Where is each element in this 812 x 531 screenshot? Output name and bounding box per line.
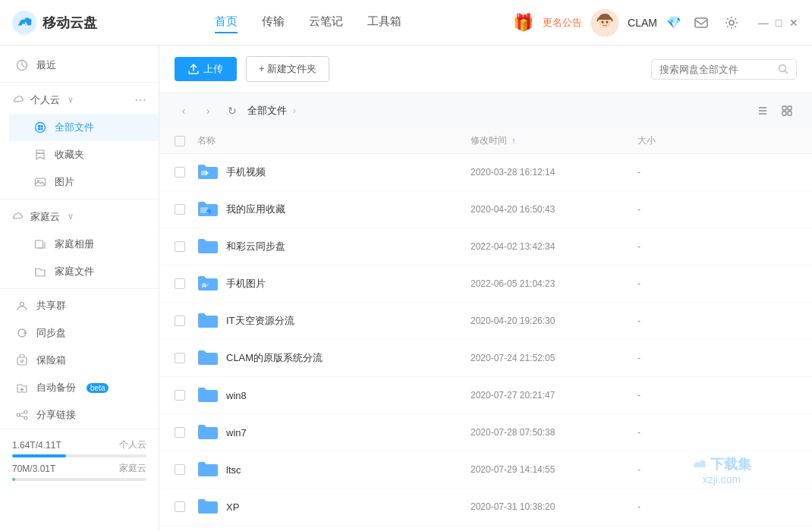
breadcrumb-bar: ‹ › ↻ 全部文件 › (159, 93, 812, 128)
fname-7: win7 (226, 427, 247, 438)
window-controls: — □ ✕ (757, 17, 800, 29)
svg-point-6 (729, 20, 734, 25)
upload-label: 上传 (203, 62, 223, 76)
sidebar-item-recent[interactable]: 最近 (0, 52, 159, 79)
safe-label: 保险箱 (36, 353, 66, 367)
row-checkbox-9[interactable] (175, 501, 185, 512)
breadcrumb-root[interactable]: 全部文件 (247, 104, 287, 118)
upload-button[interactable]: 上传 (175, 57, 237, 81)
sidebar-item-family-album[interactable]: 家庭相册 (9, 231, 159, 258)
row-checkbox-2[interactable] (175, 241, 185, 252)
file-size-8: - (637, 464, 751, 475)
fname-4: IT天空资源分流 (226, 314, 294, 328)
personal-cloud-icon (12, 93, 24, 107)
share-link-label: 分享链接 (36, 408, 76, 422)
minimize-button[interactable]: — (757, 17, 770, 29)
share-group-label: 共享群 (36, 299, 66, 313)
nav-tab-transfer[interactable]: 传输 (262, 11, 285, 33)
maximize-button[interactable]: □ (773, 17, 785, 29)
file-size-7: - (637, 427, 751, 438)
svg-rect-10 (41, 125, 43, 127)
vip-icon: 💎 (666, 15, 681, 30)
table-row[interactable]: 和彩云同步盘 2022-04-02 13:42:34 - (159, 228, 812, 266)
rename-notice[interactable]: 更名公告 (543, 16, 582, 30)
file-date-6: 2020-07-27 20:21:47 (471, 390, 637, 401)
personal-more-button[interactable]: ⋯ (134, 93, 146, 107)
sidebar-group-personal[interactable]: 个人云 ∨ ⋯ (0, 86, 159, 114)
file-size-6: - (637, 390, 751, 401)
fname-6: win8 (226, 390, 247, 401)
search-input[interactable] (659, 64, 773, 75)
file-date-1: 2020-04-20 16:50:43 (471, 204, 637, 215)
settings-button[interactable] (721, 12, 742, 33)
svg-rect-26 (782, 106, 786, 110)
personal-used: 1.64T (12, 440, 36, 451)
file-list-header: 名称 修改时间 ↑ 大小 (159, 128, 812, 154)
family-storage-bar (12, 478, 146, 481)
nav-tab-home[interactable]: 首页 (215, 11, 238, 33)
nav-back-button[interactable]: ‹ (175, 102, 193, 120)
refresh-button[interactable]: ↻ (223, 102, 241, 120)
search-box[interactable] (651, 59, 797, 80)
mail-button[interactable] (691, 12, 712, 33)
nav-forward-button[interactable]: › (199, 102, 217, 120)
row-checkbox-5[interactable] (175, 353, 185, 363)
row-checkbox-8[interactable] (175, 464, 185, 475)
svg-rect-12 (41, 128, 43, 130)
sidebar-item-family-files[interactable]: 家庭文件 (9, 258, 159, 285)
sidebar-item-favorites[interactable]: 收藏夹 (9, 141, 159, 168)
row-checkbox-6[interactable] (175, 390, 185, 401)
row-checkbox-7[interactable] (175, 427, 185, 438)
grid-view-button[interactable] (777, 101, 797, 121)
row-checkbox-4[interactable] (175, 316, 185, 326)
sidebar-item-share-link[interactable]: 分享链接 (0, 401, 159, 429)
header-checkbox[interactable] (175, 136, 185, 146)
sidebar-item-safe[interactable]: 保险箱 (0, 347, 159, 374)
table-row[interactable]: 手机视频 2020-03-28 16:12:14 - (159, 154, 812, 191)
svg-point-20 (17, 413, 20, 416)
sidebar-item-sync[interactable]: 同步盘 (0, 319, 159, 347)
gift-icon[interactable]: 🎁 (513, 13, 533, 33)
table-row[interactable]: XP 2020-07-31 10:38:20 - (159, 489, 812, 526)
sidebar-item-all-files[interactable]: 全部文件 (9, 114, 159, 141)
folder-icon-5 (197, 347, 219, 369)
row-checkbox-0[interactable] (175, 167, 185, 178)
table-row[interactable]: CLAM的原版系统分流 2020-07-24 21:52:05 - (159, 340, 812, 377)
username: CLAM (628, 17, 657, 29)
svg-rect-29 (788, 112, 792, 115)
file-date-5: 2020-07-24 21:52:05 (471, 353, 637, 363)
file-date-0: 2020-03-28 16:12:14 (471, 167, 637, 178)
date-col-label: 修改时间 (471, 135, 507, 146)
svg-point-16 (20, 303, 24, 306)
sidebar-group-family[interactable]: 家庭云 ∨ (0, 203, 159, 231)
table-row[interactable]: + 我的应用收藏 2020-04-20 16:50:43 - (159, 191, 812, 228)
toolbar: 上传 + 新建文件夹 (159, 46, 812, 93)
sidebar-item-share-group[interactable]: 共享群 (0, 292, 159, 319)
personal-storage-bar (12, 454, 146, 457)
row-checkbox-1[interactable] (175, 204, 185, 215)
sidebar-item-images[interactable]: 图片 (9, 168, 159, 196)
close-button[interactable]: ✕ (788, 17, 800, 29)
file-name-0: 手机视频 (197, 162, 471, 183)
svg-rect-5 (695, 18, 707, 27)
app-logo-icon (12, 11, 36, 35)
table-row[interactable]: 手机图片 2022-06-05 21:04:23 - (159, 266, 812, 303)
nav-tab-tools[interactable]: 工具箱 (367, 11, 401, 33)
family-storage-row: 70M/3.01T 家庭云 (12, 462, 146, 475)
folder-icon-7 (197, 422, 219, 443)
table-row[interactable]: ltsc 2020-07-29 14:14:55 - (159, 451, 812, 489)
fname-2: 和彩云同步盘 (226, 240, 285, 253)
images-label: 图片 (55, 175, 74, 189)
table-row[interactable]: IT天空资源分流 2020-04-20 19:26:30 - (159, 303, 812, 340)
table-row[interactable]: win8 2020-07-27 20:21:47 - (159, 377, 812, 414)
sidebar-item-backup[interactable]: 自动备份 beta (0, 374, 159, 401)
fname-8: ltsc (226, 464, 241, 476)
folder-icon-0 (197, 162, 219, 183)
family-cloud-icon (12, 209, 24, 224)
table-row[interactable]: win7 2020-07-28 07:50:38 - (159, 414, 812, 451)
new-folder-button[interactable]: + 新建文件夹 (246, 56, 329, 82)
folder-icon-4 (197, 310, 219, 331)
nav-tab-notes[interactable]: 云笔记 (309, 11, 343, 33)
list-view-button[interactable] (753, 101, 773, 121)
row-checkbox-3[interactable] (175, 278, 185, 289)
